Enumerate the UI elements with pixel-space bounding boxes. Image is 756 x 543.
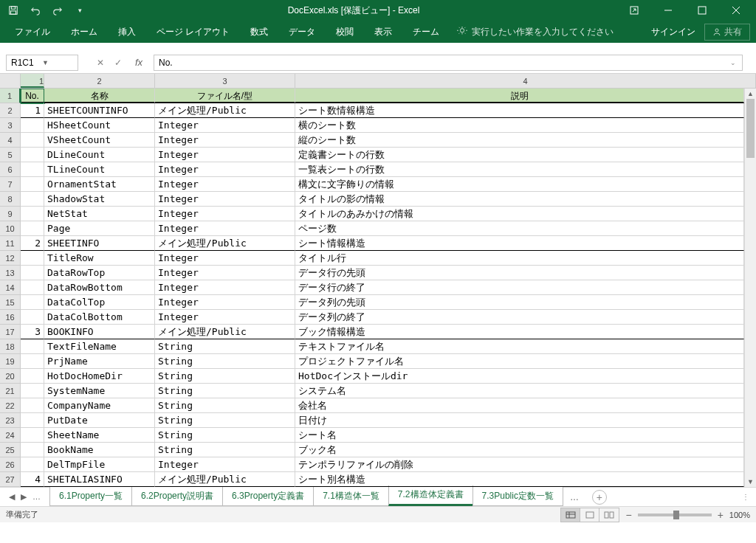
ribbon-tab[interactable]: 表示 [365, 21, 401, 43]
cell[interactable]: Integer [155, 162, 295, 177]
cell[interactable]: 3 [21, 325, 44, 339]
row-header[interactable]: 13 [0, 266, 21, 280]
tell-me[interactable]: 実行したい作業を入力してください [457, 26, 614, 38]
close-button[interactable] [719, 0, 753, 21]
sheet-tab[interactable]: 6.3Property定義書 [222, 487, 314, 506]
row-header[interactable]: 24 [0, 428, 21, 443]
cell[interactable] [21, 280, 44, 295]
cell[interactable]: Integer [155, 192, 295, 207]
cell[interactable]: SystemName [44, 384, 155, 398]
row-header[interactable]: 11 [0, 236, 21, 251]
share-button[interactable]: 共有 [704, 24, 750, 41]
cell[interactable]: SHEETINFO [44, 236, 155, 251]
cell[interactable]: BOOKINFO [44, 325, 155, 339]
cell[interactable] [21, 148, 44, 162]
cell[interactable]: DLineCount [44, 148, 155, 162]
sheet-tab[interactable]: 7.1構造体一覧 [313, 487, 389, 506]
name-box[interactable]: R1C1 ▼ [6, 55, 78, 71]
cell[interactable] [21, 207, 44, 221]
cell[interactable]: データ行の先頭 [295, 266, 744, 280]
cell[interactable] [21, 295, 44, 310]
cell[interactable]: VSheetCount [44, 133, 155, 148]
cell[interactable]: Integer [155, 177, 295, 192]
column-header[interactable]: 1 [21, 74, 44, 88]
zoom-level[interactable]: 100% [729, 511, 750, 519]
cell[interactable]: メイン処理/Public [155, 236, 295, 251]
cell[interactable]: タイトルのあみかけの情報 [295, 207, 744, 221]
cell[interactable] [21, 118, 44, 133]
cell[interactable]: HotDocインストールdir [295, 369, 744, 384]
row-header[interactable]: 6 [0, 162, 21, 177]
cell[interactable]: ファイル名/型 [155, 89, 295, 103]
cell[interactable]: String [155, 369, 295, 384]
cell[interactable]: OrnamentStat [44, 177, 155, 192]
cell[interactable] [21, 133, 44, 148]
sheet-nav-prev[interactable]: ◀ [9, 492, 15, 502]
sheet-more[interactable]: … [563, 492, 586, 502]
sheet-tab[interactable]: 6.2Property説明書 [131, 487, 223, 506]
row-header[interactable]: 16 [0, 310, 21, 325]
cell[interactable]: No. [21, 89, 44, 103]
cell[interactable]: String [155, 428, 295, 443]
cell[interactable]: Integer [155, 148, 295, 162]
row-header[interactable]: 27 [0, 472, 21, 487]
ribbon-tab[interactable]: ホーム [62, 21, 106, 43]
cell[interactable] [21, 354, 44, 369]
cell[interactable]: String [155, 384, 295, 398]
cell[interactable]: 一覧表シートの行数 [295, 162, 744, 177]
row-header[interactable]: 20 [0, 369, 21, 384]
save-button[interactable] [3, 1, 24, 19]
cell[interactable]: SHETALIASINFO [44, 472, 155, 487]
cell[interactable]: DataRowTop [44, 266, 155, 280]
row-header[interactable]: 10 [0, 221, 21, 236]
row-header[interactable]: 12 [0, 251, 21, 266]
ribbon-options-button[interactable] [617, 0, 651, 21]
cell[interactable] [21, 457, 44, 472]
row-header[interactable]: 5 [0, 148, 21, 162]
cancel-formula-button[interactable]: ✕ [92, 55, 109, 71]
zoom-slider[interactable] [638, 513, 712, 516]
cell[interactable]: SHEETCOUNTINFO [44, 103, 155, 118]
cell[interactable]: 会社名 [295, 398, 744, 413]
cell[interactable]: 2 [21, 236, 44, 251]
ribbon-tab[interactable]: 数式 [241, 21, 277, 43]
cell[interactable]: シート名 [295, 428, 744, 443]
redo-button[interactable] [47, 1, 68, 19]
row-header[interactable]: 26 [0, 457, 21, 472]
row-header[interactable]: 25 [0, 443, 21, 457]
cell[interactable] [21, 398, 44, 413]
cell[interactable]: 横のシート数 [295, 118, 744, 133]
page-layout-view-button[interactable] [580, 508, 599, 522]
cell[interactable]: String [155, 413, 295, 428]
cell[interactable]: データ列の先頭 [295, 295, 744, 310]
cell[interactable] [21, 266, 44, 280]
ribbon-tab[interactable]: ページ レイアウト [148, 21, 238, 43]
cell[interactable] [21, 192, 44, 207]
cell[interactable]: シート別名構造 [295, 472, 744, 487]
cell[interactable]: ページ数 [295, 221, 744, 236]
cell[interactable]: HSheetCount [44, 118, 155, 133]
cell[interactable]: Integer [155, 221, 295, 236]
cell[interactable]: Integer [155, 295, 295, 310]
row-header[interactable]: 17 [0, 325, 21, 339]
cell[interactable]: メイン処理/Public [155, 325, 295, 339]
cell[interactable]: DataRowBottom [44, 280, 155, 295]
sheet-tab[interactable]: 6.1Property一覧 [49, 487, 132, 506]
cell[interactable]: テキストファイル名 [295, 339, 744, 354]
cell[interactable]: TextFileName [44, 339, 155, 354]
cell[interactable] [21, 162, 44, 177]
cell[interactable]: String [155, 398, 295, 413]
cell[interactable]: Integer [155, 457, 295, 472]
vertical-scrollbar[interactable]: ▲ ▼ [744, 89, 756, 487]
cell[interactable]: 4 [21, 472, 44, 487]
cell[interactable]: SheetName [44, 428, 155, 443]
cell[interactable]: 定義書シートの行数 [295, 148, 744, 162]
scrollbar-thumb[interactable] [746, 99, 755, 158]
cell[interactable]: Integer [155, 133, 295, 148]
cell[interactable]: Integer [155, 251, 295, 266]
cell[interactable] [21, 413, 44, 428]
column-header[interactable]: 2 [44, 74, 155, 88]
formula-input[interactable]: No. ⌄ [154, 55, 743, 71]
cell[interactable]: DelTmpFile [44, 457, 155, 472]
cell[interactable]: 日付け [295, 413, 744, 428]
